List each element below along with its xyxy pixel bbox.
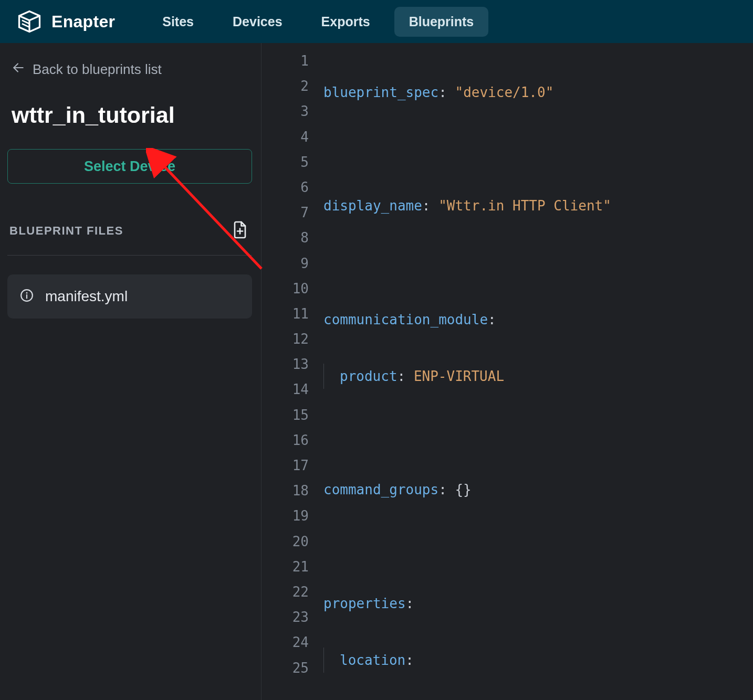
top-nav: Enapter Sites Devices Exports Blueprints bbox=[0, 0, 753, 43]
nav-exports[interactable]: Exports bbox=[307, 7, 385, 37]
line-number: 18 bbox=[262, 478, 323, 503]
line-number-gutter: 1234567891011121314151617181920212223242… bbox=[262, 43, 323, 700]
line-number: 21 bbox=[262, 554, 323, 579]
line-number: 16 bbox=[262, 428, 323, 453]
svg-point-5 bbox=[26, 292, 28, 294]
nav-sites[interactable]: Sites bbox=[148, 7, 208, 37]
info-icon bbox=[20, 289, 34, 304]
line-number: 10 bbox=[262, 276, 323, 301]
file-item-label: manifest.yml bbox=[45, 288, 128, 305]
code-editor[interactable]: 1234567891011121314151617181920212223242… bbox=[262, 43, 753, 700]
blueprint-files-header: BLUEPRINT FILES bbox=[7, 220, 252, 256]
brand-name: Enapter bbox=[51, 12, 115, 31]
line-number: 20 bbox=[262, 529, 323, 554]
nav-devices[interactable]: Devices bbox=[218, 7, 297, 37]
line-number: 3 bbox=[262, 99, 323, 124]
line-number: 23 bbox=[262, 604, 323, 630]
line-number: 8 bbox=[262, 225, 323, 250]
line-number: 2 bbox=[262, 73, 323, 99]
line-number: 19 bbox=[262, 503, 323, 528]
select-device-button[interactable]: Select Device bbox=[7, 149, 252, 184]
line-number: 5 bbox=[262, 150, 323, 175]
line-number: 12 bbox=[262, 326, 323, 352]
line-number: 14 bbox=[262, 377, 323, 402]
line-number: 25 bbox=[262, 655, 323, 681]
back-to-blueprints-link[interactable]: Back to blueprints list bbox=[7, 61, 254, 78]
nav-items: Sites Devices Exports Blueprints bbox=[148, 7, 488, 37]
select-device-label: Select Device bbox=[84, 158, 175, 175]
blueprint-files-label: BLUEPRINT FILES bbox=[9, 224, 123, 238]
line-number: 4 bbox=[262, 124, 323, 150]
line-number: 11 bbox=[262, 301, 323, 326]
add-file-icon[interactable] bbox=[232, 220, 248, 241]
enapter-logo-icon bbox=[16, 8, 43, 35]
nav-blueprints[interactable]: Blueprints bbox=[394, 7, 489, 37]
line-number: 7 bbox=[262, 200, 323, 225]
line-number: 22 bbox=[262, 579, 323, 604]
back-link-label: Back to blueprints list bbox=[33, 61, 162, 78]
blueprint-title: wttr_in_tutorial bbox=[7, 102, 254, 128]
line-number: 15 bbox=[262, 402, 323, 428]
line-number: 1 bbox=[262, 48, 323, 73]
line-number: 9 bbox=[262, 251, 323, 276]
line-number: 13 bbox=[262, 352, 323, 377]
file-item-manifest[interactable]: manifest.yml bbox=[7, 274, 252, 319]
line-number: 6 bbox=[262, 175, 323, 200]
brand[interactable]: Enapter bbox=[16, 8, 115, 35]
code-area[interactable]: blueprint_spec: "device/1.0" display_nam… bbox=[323, 43, 753, 700]
sidebar: Back to blueprints list wttr_in_tutorial… bbox=[0, 43, 262, 700]
line-number: 17 bbox=[262, 453, 323, 478]
arrow-left-icon bbox=[12, 61, 25, 78]
line-number: 24 bbox=[262, 630, 323, 655]
